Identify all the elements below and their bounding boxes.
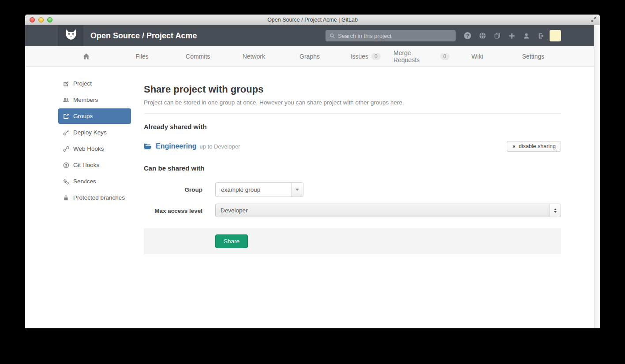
can-be-shared-heading: Can be shared with [144, 164, 561, 172]
share-icon [63, 113, 69, 119]
fullscreen-icon[interactable] [591, 16, 597, 22]
home-icon [82, 53, 90, 60]
tab-network[interactable]: Network [226, 46, 282, 67]
minimize-window-button[interactable] [38, 17, 44, 22]
sidebar-item-web-hooks[interactable]: Web Hooks [58, 141, 131, 156]
share-button[interactable]: Share [215, 234, 248, 248]
settings-sidebar: Project Members [58, 76, 131, 254]
issues-count-badge: 0 [371, 53, 381, 60]
max-access-select-value: Developer [216, 204, 550, 217]
shared-group-access-note: up to Developer [199, 143, 240, 150]
sidebar-item-git-hooks[interactable]: Git Hooks [58, 157, 131, 173]
shared-group-link[interactable]: Engineering [156, 142, 196, 150]
link-icon [63, 146, 69, 152]
user-avatar[interactable] [550, 30, 561, 41]
tab-commits[interactable]: Commits [170, 46, 226, 67]
sidebar-item-protected-branches[interactable]: Protected branches [58, 190, 131, 205]
sidebar-item-services[interactable]: Services [58, 174, 131, 189]
shared-group-row: Engineering up to Developer disable shar… [144, 141, 561, 152]
already-shared-heading: Already shared with [144, 123, 561, 130]
tab-home[interactable] [58, 46, 114, 67]
close-window-button[interactable] [30, 17, 35, 22]
sign-out-icon[interactable] [538, 33, 545, 39]
divider [144, 113, 561, 114]
tab-merge-requests[interactable]: Merge Requests 0 [393, 46, 449, 67]
window-title: Open Source / Project Acme | GitLab [267, 17, 358, 23]
sidebar-item-groups[interactable]: Groups [58, 108, 131, 124]
share-project-panel: Share project with groups Project can be… [144, 76, 561, 254]
tab-issues[interactable]: Issues 0 [337, 46, 393, 67]
profile-user-icon[interactable] [523, 33, 530, 39]
search-input[interactable] [338, 33, 452, 39]
gears-icon [63, 178, 69, 185]
sidebar-item-deploy-keys[interactable]: Deploy Keys [58, 125, 131, 140]
sidebar-item-members[interactable]: Members [58, 92, 131, 108]
search-icon [329, 33, 335, 39]
tab-wiki[interactable]: Wiki [449, 46, 505, 67]
search-box[interactable] [326, 30, 456, 41]
max-access-select[interactable]: Developer [215, 204, 561, 217]
group-form-row: Group example group [144, 182, 561, 197]
app-header: Open Source / Project Acme ? [25, 25, 594, 46]
merge-requests-count-badge: 0 [440, 53, 449, 60]
lock-icon [63, 195, 69, 201]
copy-icon[interactable] [494, 32, 501, 39]
select-stepper-icon [550, 204, 561, 217]
arrow-up-circle-icon [63, 162, 69, 168]
group-select-value: example group [216, 183, 291, 197]
help-icon[interactable]: ? [464, 32, 471, 39]
sidebar-item-project[interactable]: Project [58, 76, 131, 91]
x-icon [512, 145, 516, 149]
edit-pencil-icon [63, 81, 69, 87]
globe-icon[interactable] [479, 32, 486, 39]
max-access-form-row: Max access level Developer [144, 204, 561, 217]
titlebar: Open Source / Project Acme | GitLab [25, 15, 600, 25]
traffic-lights [30, 17, 52, 22]
disable-sharing-button[interactable]: disable sharing [507, 141, 561, 152]
chevron-down-icon [291, 183, 303, 197]
new-project-plus-icon[interactable] [509, 33, 515, 39]
page-description: Project can be stored in one group at on… [144, 99, 561, 106]
tab-settings[interactable]: Settings [505, 46, 561, 67]
zoom-window-button[interactable] [47, 17, 52, 22]
max-access-label: Max access level [144, 204, 202, 217]
form-actions: Share [144, 228, 561, 254]
tab-graphs[interactable]: Graphs [282, 46, 338, 67]
group-select[interactable]: example group [215, 182, 303, 197]
gitlab-logo[interactable] [58, 25, 83, 46]
key-icon [63, 130, 69, 136]
project-nav: Files Commits Network Graphs Issues 0 Me… [25, 46, 594, 67]
tab-files[interactable]: Files [114, 46, 170, 67]
app-window: Open Source / Project Acme | GitLab [25, 15, 600, 328]
scrollbar-track[interactable] [594, 25, 600, 328]
group-label: Group [144, 182, 202, 197]
folder-open-icon [144, 143, 152, 150]
users-icon [63, 97, 69, 103]
header-project-title: Open Source / Project Acme [90, 31, 197, 41]
page-title: Share project with groups [144, 84, 561, 95]
